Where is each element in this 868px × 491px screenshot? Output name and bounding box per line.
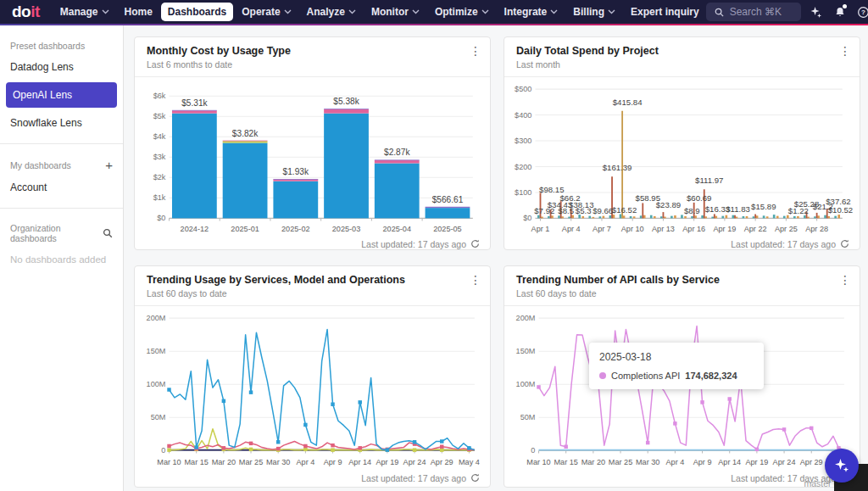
svg-text:$400: $400	[515, 111, 531, 120]
svg-text:$7.92: $7.92	[534, 206, 554, 215]
svg-text:Mar 10: Mar 10	[526, 458, 550, 466]
tooltip-value: 174,682,324	[685, 371, 737, 381]
svg-text:$5.38k: $5.38k	[333, 97, 359, 106]
refresh-button[interactable]	[470, 239, 480, 248]
card-footer: Last updated: 17 days ago	[504, 239, 860, 250]
monthly-cost-chart[interactable]: $0$1k$2k$3k$4k$5k$6k$5.31k2024-12$3.82k2…	[140, 81, 483, 239]
svg-text:$1k: $1k	[153, 193, 166, 202]
nav-item-monitor[interactable]: Monitor	[364, 3, 426, 21]
nav-item-manage[interactable]: Manage	[53, 3, 116, 21]
svg-text:$9.66: $9.66	[593, 206, 613, 215]
nav-item-home[interactable]: Home	[118, 3, 159, 21]
series-blue[interactable]	[167, 329, 475, 451]
svg-text:$3.82k: $3.82k	[232, 129, 259, 138]
svg-text:0: 0	[531, 446, 535, 455]
primary-nav: ManageHomeDashboardsOperateAnalyzeMonito…	[53, 3, 706, 21]
svg-text:Apr 19: Apr 19	[376, 458, 398, 466]
svg-text:$11.83: $11.83	[726, 204, 750, 214]
nav-item-label: Expert inquiry	[631, 6, 699, 18]
svg-text:$0: $0	[157, 214, 165, 222]
refresh-icon	[470, 239, 480, 248]
svg-text:2025-02: 2025-02	[281, 225, 310, 233]
sidebar-item-account[interactable]: Account	[0, 175, 123, 200]
card-menu-button[interactable]: ⋮	[470, 45, 481, 58]
trending-usage-chart[interactable]: 050M100M150M200MMar 10Mar 15Mar 20Mar 25…	[140, 310, 483, 473]
nav-item-analyze[interactable]: Analyze	[300, 3, 363, 21]
svg-text:$60.69: $60.69	[687, 193, 711, 203]
card-menu-button[interactable]: ⋮	[470, 274, 481, 287]
bar-series[interactable]	[172, 109, 470, 218]
chevron-down-icon	[412, 9, 420, 14]
app-screen: doit ManageHomeDashboardsOperateAnalyzeM…	[0, 0, 868, 491]
last-updated-label: Last updated: 17 days ago	[361, 473, 466, 483]
help-button[interactable]: ?	[855, 3, 868, 20]
card-subtitle: Last 60 days to date	[516, 288, 848, 299]
chart-tooltip: 2025-03-18Completions API 174,682,324	[589, 343, 764, 389]
nav-item-integrate[interactable]: Integrate	[498, 3, 565, 21]
nav-item-dashboards[interactable]: Dashboards	[161, 3, 233, 21]
sidebar-empty-state: No dashboards added	[0, 247, 123, 272]
svg-text:$100: $100	[515, 188, 531, 197]
help-icon: ?	[857, 6, 868, 19]
refresh-button[interactable]	[470, 473, 480, 483]
nav-item-label: Operate	[242, 6, 280, 18]
chart-area: 050M100M150M200MMar 10Mar 15Mar 20Mar 25…	[135, 306, 490, 473]
chevron-down-icon	[608, 9, 615, 14]
logo-it: it	[31, 3, 40, 20]
svg-text:Apr 29: Apr 29	[800, 458, 823, 466]
doit-logo[interactable]: doit	[12, 3, 40, 21]
svg-text:$3k: $3k	[153, 153, 166, 161]
chart-area: $0$100$200$300$400$500$415.84$161.39$111…	[504, 77, 860, 239]
sidebar-item-snowflake-lens[interactable]: Snowflake Lens	[0, 110, 123, 136]
svg-text:$415.84: $415.84	[613, 98, 643, 107]
svg-text:150M: 150M	[516, 347, 536, 355]
notifications-button[interactable]	[832, 3, 849, 20]
nav-item-expert-inquiry[interactable]: Expert inquiry	[624, 3, 706, 21]
card-footer: Last updated: 17 days ago	[135, 473, 490, 488]
nav-item-operate[interactable]: Operate	[235, 3, 298, 21]
sidebar-item-datadog-lens[interactable]: Datadog Lens	[0, 54, 123, 80]
add-dashboard-button[interactable]: +	[105, 159, 113, 171]
svg-text:200M: 200M	[516, 314, 536, 322]
svg-text:Mar 15: Mar 15	[554, 458, 577, 466]
card-menu-button[interactable]: ⋮	[839, 45, 851, 58]
nav-item-label: Integrate	[504, 6, 548, 18]
svg-text:Apr 22: Apr 22	[744, 225, 767, 233]
sidebar-section-my-dashboards: My dashboards+	[0, 152, 123, 175]
card-menu-button[interactable]: ⋮	[839, 274, 851, 287]
svg-text:Mar 20: Mar 20	[581, 458, 605, 466]
series-dot-icon	[599, 372, 606, 379]
svg-text:$566.61: $566.61	[432, 195, 464, 204]
chevron-down-icon	[348, 9, 356, 14]
chart-area: $0$1k$2k$3k$4k$5k$6k$5.31k2024-12$3.82k2…	[135, 77, 490, 239]
nav-item-billing[interactable]: Billing	[566, 3, 622, 21]
sidebar-section-label: Organization dashboards	[10, 223, 103, 243]
content-area: Preset dashboardsDatadog LensOpenAI Lens…	[0, 25, 868, 491]
svg-text:Apr 16: Apr 16	[682, 225, 705, 233]
refresh-button[interactable]	[840, 239, 849, 248]
ai-sparkle-button[interactable]	[808, 3, 825, 20]
chevron-down-icon	[284, 9, 292, 14]
svg-text:Apr 24: Apr 24	[773, 458, 796, 466]
daily-spend-chart[interactable]: $0$100$200$300$400$500$415.84$161.39$111…	[509, 81, 853, 239]
svg-text:$1.93k: $1.93k	[283, 167, 309, 176]
svg-text:May 4: May 4	[459, 458, 480, 466]
dashboard-grid: Monthly Cost by Usage TypeLast 6 months …	[124, 25, 868, 491]
svg-text:Apr 29: Apr 29	[431, 458, 453, 466]
dashboards-sidebar: Preset dashboardsDatadog LensOpenAI Lens…	[0, 25, 124, 491]
sidebar-item-openai-lens[interactable]: OpenAI Lens	[6, 82, 117, 108]
search-input[interactable]: Search ⌘K	[706, 3, 801, 21]
nav-item-optimize[interactable]: Optimize	[428, 3, 496, 21]
top-navbar: doit ManageHomeDashboardsOperateAnalyzeM…	[0, 0, 868, 24]
svg-text:Apr 14: Apr 14	[348, 458, 371, 466]
search-dashboards-button[interactable]	[103, 228, 113, 238]
svg-text:150M: 150M	[147, 347, 166, 355]
notification-dot	[843, 4, 847, 8]
svg-text:200M: 200M	[147, 314, 166, 322]
svg-text:$5.3: $5.3	[576, 206, 592, 215]
sparkle-icon	[833, 457, 850, 474]
sidebar-section-organization-dashboards: Organization dashboards	[0, 216, 123, 247]
svg-text:50M: 50M	[520, 413, 536, 421]
ai-assistant-fab[interactable]	[825, 449, 859, 483]
trending-api-calls-chart[interactable]: 050M100M150M200MMar 10Mar 15Mar 20Mar 25…	[509, 310, 853, 473]
